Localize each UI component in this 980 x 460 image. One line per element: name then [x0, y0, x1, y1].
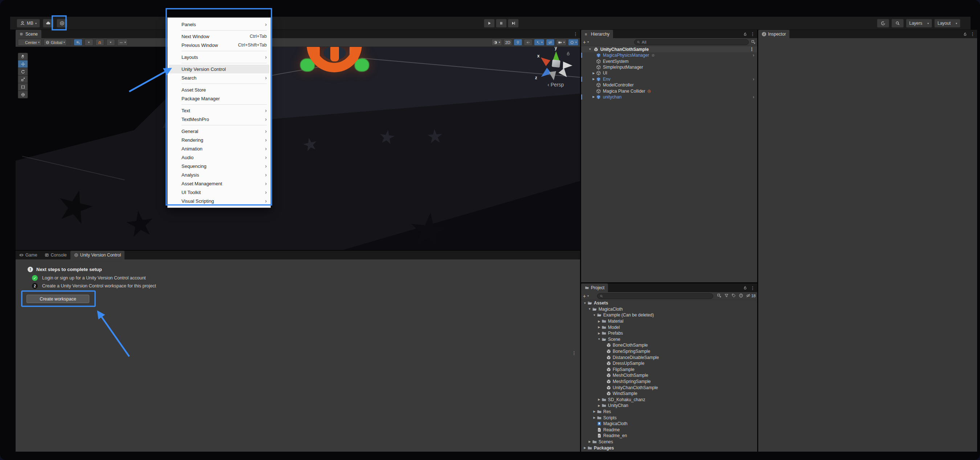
cloud-services-button[interactable] [43, 19, 54, 28]
pause-button[interactable] [496, 19, 507, 28]
rotate-tool-button[interactable] [18, 68, 28, 75]
prefab-chevron-icon[interactable]: › [753, 53, 754, 58]
project-tree-row[interactable]: Model [581, 324, 757, 330]
hierarchy-item[interactable]: ModelController ☆ ◎ › [581, 82, 757, 88]
grid-snap-toggle[interactable] [74, 39, 83, 46]
tab-hierarchy[interactable]: ≡ Hierarchy [581, 30, 613, 38]
scene-panel-menu-icon[interactable]: ⋮ [573, 32, 578, 36]
menu-item[interactable]: General › [168, 127, 270, 136]
prefab-chevron-icon[interactable]: › [753, 94, 754, 99]
picker-icon[interactable] [717, 293, 722, 298]
menu-item[interactable]: TextMeshPro › [168, 115, 270, 123]
menu-item[interactable]: › [168, 29, 270, 32]
project-tree-row[interactable]: DressUpSample [581, 361, 757, 367]
expand-arrow-icon[interactable] [587, 440, 592, 443]
chevron-down-icon[interactable]: ▾ [587, 40, 589, 44]
add-asset-button[interactable]: + [583, 294, 586, 299]
grid-snap-options[interactable]: ▾ [84, 39, 93, 46]
bottom-panel-menu-icon[interactable]: ⋮ [572, 351, 576, 355]
menu-item[interactable]: Animation › [168, 144, 270, 153]
scale-tool-button[interactable] [18, 75, 28, 83]
project-tree-row[interactable]: Prefabs [581, 330, 757, 337]
hierarchy-item[interactable]: EventSystem ☆ ◎ › [581, 58, 757, 64]
project-tree-row[interactable]: Scenes [581, 439, 757, 445]
tab-inspector[interactable]: i Inspector [758, 30, 789, 38]
hand-tool-button[interactable] [18, 53, 28, 60]
project-search-input[interactable] [605, 294, 711, 298]
menu-item[interactable]: Sequencing › [168, 162, 270, 171]
expand-arrow-icon[interactable] [597, 320, 601, 323]
menu-item[interactable]: UI Toolkit › [168, 188, 270, 196]
project-menu-icon[interactable]: ⋮ [750, 286, 755, 290]
scene-viewport[interactable]: ★ ★ ★ ★ ★ ★ ★ [16, 47, 580, 250]
bottom-panel-tab[interactable]: Unity Version Control [70, 251, 125, 259]
expand-arrow-icon[interactable] [597, 404, 601, 407]
project-tree-row[interactable]: UnityChan [581, 402, 757, 409]
expand-arrow-icon[interactable] [591, 95, 596, 99]
menu-item[interactable]: Search › [168, 73, 270, 82]
menu-item[interactable]: Package Manager › [168, 94, 270, 103]
menu-item[interactable]: Panels › [168, 20, 270, 29]
project-tree-row[interactable]: MeshSpringSample [581, 379, 757, 385]
project-tree-row[interactable]: SD_Kohaku_chanz [581, 397, 757, 403]
expand-arrow-icon[interactable] [592, 410, 597, 413]
effects-dropdown[interactable]: ▾ [534, 39, 544, 46]
tool-handle-rotation-dropdown[interactable]: Global▾ [43, 39, 67, 46]
project-tree-row[interactable]: UnityChanClothSample [581, 385, 757, 391]
gizmo-cone[interactable] [549, 71, 557, 81]
snap-increment-options[interactable]: ▾ [107, 39, 115, 46]
hierarchy-item[interactable]: SimpleInputManager ☆ ◎ › [581, 64, 757, 70]
menu-item[interactable]: Asset Store › [168, 85, 270, 94]
tab-scene[interactable]: Scene [16, 30, 41, 38]
account-dropdown[interactable]: MB ▾ [17, 19, 40, 28]
scene-row-menu-icon[interactable]: ⋮ [749, 47, 754, 51]
menu-item[interactable]: Audio › [168, 153, 270, 162]
project-tree-row[interactable]: Packages [581, 445, 757, 451]
menu-item[interactable]: Visual Scripting › [168, 196, 270, 205]
lighting-toggle[interactable] [514, 39, 522, 46]
move-tool-button[interactable] [18, 60, 28, 68]
version-control-button[interactable] [57, 19, 67, 28]
undo-history-button[interactable] [877, 19, 889, 28]
picker-icon[interactable] [751, 40, 756, 44]
project-tree-row[interactable]: Scripts [581, 415, 757, 421]
hierarchy-item[interactable]: UI ☆ ◎ › [581, 70, 757, 76]
chevron-down-icon[interactable]: ▾ [587, 294, 589, 297]
project-tree-row[interactable]: BoneSpringSample [581, 348, 757, 355]
layers-dropdown[interactable]: Layers▾ [906, 19, 932, 28]
expand-arrow-icon[interactable] [592, 416, 597, 419]
prefab-chevron-icon[interactable]: › [753, 77, 754, 82]
expand-arrow-icon[interactable] [582, 446, 587, 449]
hierarchy-item[interactable]: MagicaPhysicsManager ☆ ◎ › [581, 52, 757, 58]
expand-arrow-icon[interactable] [597, 337, 601, 341]
gizmos-dropdown[interactable]: ▾ [568, 39, 579, 46]
project-tree-row[interactable]: Assets [581, 300, 757, 306]
scene-root-row[interactable]: ▼ UnityChanClothSample ⋮ [581, 46, 757, 52]
expand-arrow-icon[interactable]: ▼ [588, 48, 592, 51]
project-tree-row[interactable]: BoneClothSample [581, 342, 757, 348]
search-by-label-icon[interactable] [731, 293, 736, 298]
bottom-panel-tab[interactable]: Console [41, 251, 70, 259]
menu-item[interactable]: Next Window Ctrl+Tab › [168, 32, 270, 41]
lock-icon[interactable] [743, 32, 747, 36]
camera-settings-dropdown[interactable]: ▾ [556, 39, 566, 46]
project-tree-row[interactable]: WindSample [581, 391, 757, 397]
expand-arrow-icon[interactable] [587, 307, 592, 311]
2d-toggle[interactable]: 2D [503, 39, 512, 46]
hidden-count-toggle[interactable]: 18 [746, 293, 756, 298]
expand-arrow-icon[interactable] [582, 302, 587, 305]
menu-item[interactable]: › [168, 123, 270, 127]
menu-item[interactable]: › [168, 50, 270, 53]
project-tree-row[interactable]: Example (Can be deleted) [581, 312, 757, 318]
projection-label[interactable]: ‹ Persp [538, 82, 574, 88]
project-tree-row[interactable]: MagicaCloth [581, 306, 757, 313]
project-tree-row[interactable]: Readme [581, 426, 757, 433]
menu-item[interactable]: Rendering › [168, 136, 270, 144]
step-button[interactable] [508, 19, 519, 28]
hierarchy-item[interactable]: Env ☆ ◎ › [581, 76, 757, 82]
menu-item[interactable]: Analysis › [168, 171, 270, 179]
snap-increment-toggle[interactable] [95, 39, 104, 46]
project-tree-row[interactable]: DistanceDisableSample [581, 354, 757, 361]
menu-item[interactable]: › [168, 61, 270, 65]
project-search[interactable] [597, 293, 713, 299]
